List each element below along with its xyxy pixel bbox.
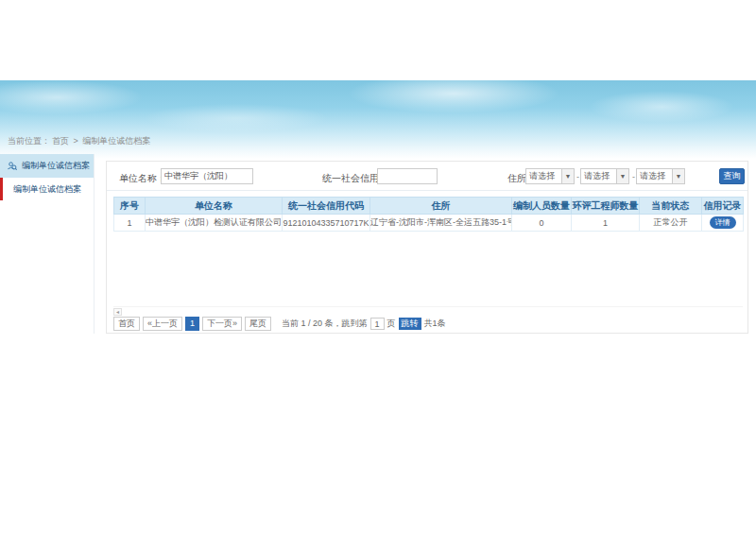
province-select-value: 请选择 xyxy=(526,169,561,183)
cell-credit-code: 91210104335710717K xyxy=(283,215,370,232)
cell-status: 正常公开 xyxy=(640,215,702,232)
first-page-button[interactable]: 首页 xyxy=(113,317,140,331)
pagination-summary: 当前 1 / 20 条，跳到第 xyxy=(282,318,368,330)
column-header-status: 当前状态 xyxy=(640,198,702,215)
horizontal-scrollbar[interactable] xyxy=(113,306,743,315)
table-row: 1 中谱华宇（沈阳）检测认证有限公司 91210104335710717K 辽宁… xyxy=(114,215,744,232)
pagination: 首页 «上一页 1 下一页» 尾页 当前 1 / 20 条，跳到第 页 跳转 共… xyxy=(113,317,446,331)
main-panel: 单位名称： 统一社会信用代码： 住所： 请选择 ▼ - 请选择 ▼ - 请选择 … xyxy=(106,161,748,334)
unit-name-input[interactable] xyxy=(161,168,253,184)
chevron-down-icon[interactable]: ▼ xyxy=(561,169,574,183)
sidebar-item-archive[interactable]: 编制单位诚信档案 xyxy=(0,178,94,200)
credit-code-input[interactable] xyxy=(377,168,438,184)
breadcrumb-home-link[interactable]: 首页 xyxy=(52,136,69,146)
form-separator xyxy=(107,190,747,191)
staff-count-link[interactable]: 0 xyxy=(512,215,572,232)
last-page-button[interactable]: 尾页 xyxy=(245,317,271,331)
column-header-credit: 信用记录 xyxy=(702,198,744,215)
unit-name-label: 单位名称： xyxy=(119,172,166,185)
column-header-unit: 单位名称 xyxy=(146,198,283,215)
column-header-address: 住所 xyxy=(370,198,512,215)
page: 环境影响评价信用平台 当前位置：首页 > 编制单位诚信档案 编制单位诚信档案 编… xyxy=(0,0,756,534)
city-select-value: 请选择 xyxy=(581,169,616,183)
jump-button[interactable]: 跳转 xyxy=(399,318,421,330)
chevron-down-icon[interactable]: ▼ xyxy=(672,169,684,183)
scroll-left-arrow-icon[interactable] xyxy=(113,308,122,316)
column-header-engineer: 环评工程师数量 xyxy=(572,198,640,215)
column-header-seq: 序号 xyxy=(114,198,146,215)
jump-page-input[interactable] xyxy=(370,318,385,330)
breadcrumb-current: 编制单位诚信档案 xyxy=(82,136,150,146)
column-header-code: 统一社会信用代码 xyxy=(283,198,370,215)
search-button[interactable]: 查询 xyxy=(719,168,745,184)
user-search-icon xyxy=(7,161,17,171)
results-table: 序号 单位名称 统一社会信用代码 住所 编制人员数量 环评工程师数量 当前状态 … xyxy=(113,197,744,232)
unit-name-link[interactable]: 中谱华宇（沈阳）检测认证有限公司 xyxy=(146,215,283,232)
cell-address: 辽宁省-沈阳市-浑南区-全运五路35-1号楼902 xyxy=(370,215,512,232)
city-select[interactable]: 请选择 ▼ xyxy=(580,168,629,184)
total-count: 共1条 xyxy=(424,318,446,330)
detail-button[interactable]: 详情 xyxy=(710,216,736,229)
prev-page-button[interactable]: «上一页 xyxy=(143,317,182,331)
district-select-value: 请选择 xyxy=(637,169,672,183)
column-header-staff: 编制人员数量 xyxy=(512,198,572,215)
cell-seq: 1 xyxy=(114,215,146,232)
next-page-button[interactable]: 下一页» xyxy=(202,317,242,331)
sidebar-group-header[interactable]: 编制单位诚信档案 xyxy=(0,154,94,178)
breadcrumb: 当前位置：首页 > 编制单位诚信档案 xyxy=(8,135,152,147)
select-separator: - xyxy=(576,172,579,181)
table-header-row: 序号 单位名称 统一社会信用代码 住所 编制人员数量 环评工程师数量 当前状态 … xyxy=(114,198,744,215)
breadcrumb-location-label: 当前位置： xyxy=(8,136,50,146)
sidebar-group-label: 编制单位诚信档案 xyxy=(22,160,90,172)
engineer-count-link[interactable]: 1 xyxy=(572,215,640,232)
breadcrumb-separator: > xyxy=(74,136,78,146)
pagination-page-suffix: 页 xyxy=(387,318,396,330)
province-select[interactable]: 请选择 ▼ xyxy=(525,168,575,184)
chevron-down-icon[interactable]: ▼ xyxy=(616,169,628,183)
select-separator: - xyxy=(632,172,635,181)
current-page-button[interactable]: 1 xyxy=(185,317,199,331)
sidebar: 编制单位诚信档案 编制单位诚信档案 xyxy=(0,154,94,334)
district-select[interactable]: 请选择 ▼ xyxy=(636,168,685,184)
sidebar-item-label: 编制单位诚信档案 xyxy=(13,183,81,196)
